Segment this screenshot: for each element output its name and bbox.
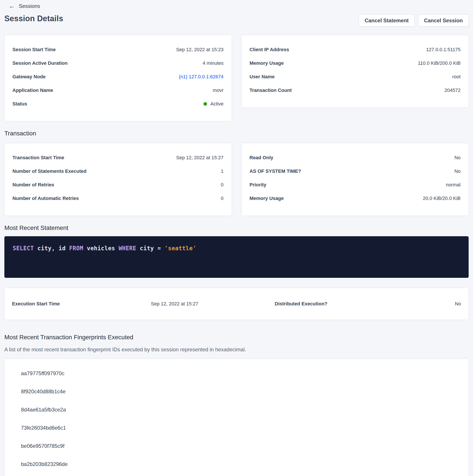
summary-row: Status Active xyxy=(13,101,224,107)
row-value: 127.0.0.1:51175 xyxy=(426,47,460,53)
transaction-section-title: Transaction xyxy=(4,130,469,137)
fingerprint-list-item: aa79775ff097970c xyxy=(12,364,461,382)
statement-section-title: Most Recent Statement xyxy=(4,224,469,231)
page-title: Session Details xyxy=(4,14,63,23)
session-info-card: Session Start Time Sep 12, 2022 at 15:23… xyxy=(4,35,232,121)
client-info-card: Client IP Address 127.0.0.1:51175 Memory… xyxy=(242,35,469,108)
summary-row: Gateway Node (n1) 127.0.0.1:62674 xyxy=(13,74,224,80)
row-label: Priority xyxy=(250,182,266,188)
row-value: No xyxy=(455,168,460,174)
fingerprint-list-item: 8f920c40d88b1c4e xyxy=(12,382,461,401)
summary-row: Priority normal xyxy=(250,182,461,188)
summary-row: Session Active Duration 4 minutes xyxy=(13,60,224,66)
row-value: movr xyxy=(213,87,224,93)
summary-row: User Name root xyxy=(250,74,461,80)
fingerprints-description: A list of the most recent transaction fi… xyxy=(4,346,469,353)
row-label: Distributed Execution? xyxy=(275,301,327,307)
fingerprint-list-item: 8d4ae61a5fb3ce2a xyxy=(12,401,461,419)
summary-row: AS OF SYSTEM TIME? No xyxy=(250,168,461,174)
row-value: 110.0 KiB/200.0 KiB xyxy=(418,60,460,66)
fingerprint-list-item: 73fe26034bd6e6c1 xyxy=(12,419,461,437)
row-label: Execution Start Time xyxy=(12,301,60,307)
page-header: Session Details Cancel Statement Cancel … xyxy=(4,14,469,27)
sql-statement-code: SELECT city, id FROM vehicles WHERE city… xyxy=(13,245,460,252)
row-value: Sep 12, 2022 at 15:27 xyxy=(151,301,198,307)
row-value: 204572 xyxy=(445,87,460,93)
summary-row: Distributed Execution? No xyxy=(275,301,461,307)
sql-statement-box: SELECT city, id FROM vehicles WHERE city… xyxy=(4,236,469,278)
back-to-sessions-link[interactable]: ← Sessions xyxy=(9,3,40,9)
summary-row: Number of Retries 0 xyxy=(13,182,224,188)
back-arrow-icon: ← xyxy=(9,3,15,9)
fingerprint-list-item: ba2b203b823296de xyxy=(12,455,461,473)
row-label: Session Start Time xyxy=(13,47,56,53)
row-label: Status xyxy=(13,101,27,107)
sql-token: 'seattle' xyxy=(164,245,196,252)
row-value: Sep 12, 2022 at 15:27 xyxy=(176,155,224,161)
summary-row: Session Start Time Sep 12, 2022 at 15:23 xyxy=(13,47,224,53)
fingerprints-card: aa79775ff097970c 8f920c40d88b1c4e 8d4ae6… xyxy=(4,359,469,476)
sql-token: WHERE xyxy=(119,245,136,252)
session-summary-row: Session Start Time Sep 12, 2022 at 15:23… xyxy=(4,35,469,121)
summary-row: Transaction Start Time Sep 12, 2022 at 1… xyxy=(13,155,224,161)
row-label: User Name xyxy=(250,74,275,80)
row-value: 1 xyxy=(221,168,223,174)
fingerprints-section-title: Most Recent Transaction Fingerprints Exe… xyxy=(4,334,469,341)
row-label: Transaction Start Time xyxy=(13,155,64,161)
row-value: No xyxy=(455,301,461,307)
sql-token: city, id xyxy=(34,245,69,252)
sql-token: FROM xyxy=(69,245,83,252)
execution-info-card: Execution Start Time Sep 12, 2022 at 15:… xyxy=(4,288,469,320)
row-label: Memory Usage xyxy=(250,60,284,66)
sql-token: SELECT xyxy=(13,245,34,252)
row-value: Sep 12, 2022 at 15:23 xyxy=(176,47,224,53)
transaction-summary-row: Transaction Start Time Sep 12, 2022 at 1… xyxy=(4,143,469,216)
row-label: Number of Retries xyxy=(13,182,54,188)
row-value: 20.0 KiB/20.0 KiB xyxy=(423,195,460,202)
row-value: 4 minutes xyxy=(203,60,223,66)
row-label: Application Name xyxy=(13,87,53,93)
status-value: Active xyxy=(211,101,224,107)
row-value: 0 xyxy=(221,182,223,188)
summary-row: Memory Usage 20.0 KiB/20.0 KiB xyxy=(250,195,461,202)
summary-row: Transaction Count 204572 xyxy=(250,87,461,93)
cancel-statement-button[interactable]: Cancel Statement xyxy=(359,15,414,27)
row-value: 0 xyxy=(221,195,223,202)
row-label: Number of Automatic Retries xyxy=(13,195,79,202)
transaction-settings-card: Read Only No AS OF SYSTEM TIME? No Prior… xyxy=(242,143,469,216)
summary-row: Application Name movr xyxy=(13,87,224,93)
sql-token: vehicles xyxy=(83,245,119,252)
row-label: Session Active Duration xyxy=(13,60,67,66)
summary-row: Execution Start Time Sep 12, 2022 at 15:… xyxy=(12,301,198,307)
row-label: Gateway Node xyxy=(13,74,46,80)
status-badge: Active xyxy=(203,101,224,107)
row-value: normal xyxy=(446,182,460,188)
sql-token: city = xyxy=(136,245,164,252)
gateway-node-link[interactable]: (n1) 127.0.0.1:62674 xyxy=(179,74,223,80)
back-link-label: Sessions xyxy=(19,3,40,9)
row-value: root xyxy=(452,74,460,80)
transaction-info-card: Transaction Start Time Sep 12, 2022 at 1… xyxy=(4,143,232,216)
header-actions: Cancel Statement Cancel Session xyxy=(359,15,469,27)
status-active-icon xyxy=(203,102,207,106)
row-value: No xyxy=(455,155,460,161)
session-details-page: ← Sessions Session Details Cancel Statem… xyxy=(0,0,473,476)
fingerprint-list-item: be06e9570f785c9f xyxy=(12,437,461,455)
row-label: AS OF SYSTEM TIME? xyxy=(250,168,301,174)
summary-row: Number of Automatic Retries 0 xyxy=(13,195,224,202)
summary-row: Number of Statements Executed 1 xyxy=(13,168,224,174)
row-label: Read Only xyxy=(250,155,274,161)
row-label: Memory Usage xyxy=(250,195,284,202)
summary-row: Client IP Address 127.0.0.1:51175 xyxy=(250,47,461,53)
summary-row: Memory Usage 110.0 KiB/200.0 KiB xyxy=(250,60,461,66)
summary-row: Read Only No xyxy=(250,155,461,161)
cancel-session-button[interactable]: Cancel Session xyxy=(418,15,469,27)
row-label: Number of Statements Executed xyxy=(13,168,87,174)
row-label: Client IP Address xyxy=(250,47,289,53)
row-label: Transaction Count xyxy=(250,87,292,93)
